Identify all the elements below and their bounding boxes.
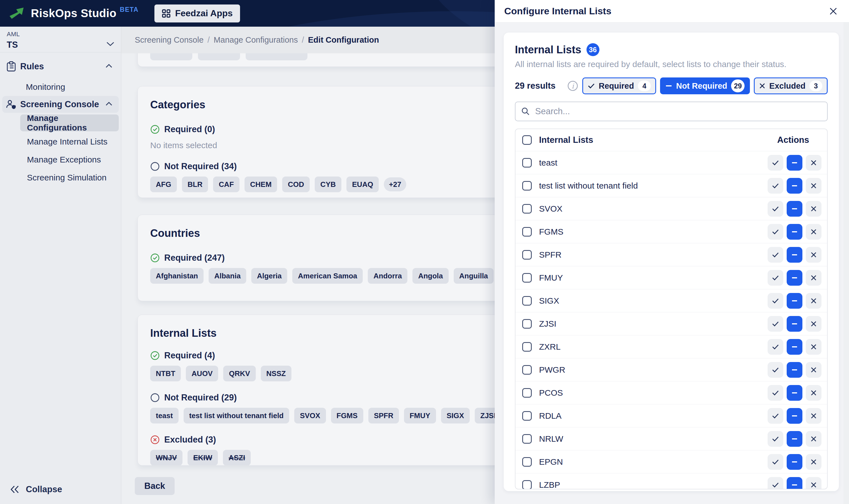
internal-list-chip: SVOX (294, 408, 326, 424)
row-checkbox[interactable] (522, 457, 532, 467)
set-not-required-button[interactable] (787, 201, 802, 217)
row-checkbox[interactable] (522, 250, 532, 259)
list-name: ZXRL (539, 342, 561, 352)
set-not-required-button[interactable] (787, 293, 802, 309)
set-not-required-button[interactable] (787, 155, 802, 170)
close-icon[interactable] (827, 5, 839, 17)
set-required-button[interactable] (767, 224, 783, 240)
select-all-checkbox[interactable] (522, 135, 532, 145)
set-excluded-button[interactable] (806, 155, 821, 170)
set-excluded-button[interactable] (806, 270, 821, 286)
list-count-badge: 36 (586, 43, 599, 56)
country-chip: Afghanistan (150, 268, 204, 284)
set-excluded-button[interactable] (806, 316, 821, 332)
set-required-button[interactable] (767, 408, 783, 424)
breadcrumb-current-page: Edit Configuration (308, 35, 379, 44)
set-excluded-button[interactable] (806, 178, 821, 194)
set-required-button[interactable] (767, 431, 783, 447)
row-checkbox[interactable] (522, 158, 532, 167)
set-required-button[interactable] (767, 155, 783, 170)
search-box (515, 102, 828, 121)
table-row: RDLA (515, 404, 827, 427)
set-excluded-button[interactable] (806, 362, 821, 378)
set-required-button[interactable] (767, 178, 783, 194)
breadcrumb-manage-configurations[interactable]: Manage Configurations (214, 35, 298, 44)
set-not-required-button[interactable] (787, 178, 802, 194)
row-checkbox[interactable] (522, 319, 532, 329)
info-icon[interactable]: i (567, 80, 578, 91)
set-excluded-button[interactable] (806, 201, 821, 217)
row-checkbox[interactable] (522, 296, 532, 306)
collapse-sidebar-button[interactable]: Collapse (10, 484, 62, 494)
internal-list-chip: test list without tenant field (183, 408, 289, 424)
set-excluded-button[interactable] (806, 339, 821, 355)
collapse-label: Collapse (26, 484, 62, 494)
chevron-down-icon[interactable] (106, 41, 114, 48)
set-not-required-button[interactable] (787, 224, 802, 240)
workspace-selector[interactable]: AML TS (7, 31, 20, 50)
set-not-required-button[interactable] (787, 408, 802, 424)
sidebar-item-manage-exceptions[interactable]: Manage Exceptions (2, 153, 119, 166)
row-checkbox[interactable] (522, 342, 532, 352)
country-chip: Algeria (251, 268, 287, 284)
row-checkbox[interactable] (522, 273, 532, 283)
set-not-required-button[interactable] (787, 454, 802, 470)
row-checkbox[interactable] (522, 365, 532, 375)
set-required-button[interactable] (767, 293, 783, 309)
search-input[interactable] (534, 106, 821, 117)
set-required-button[interactable] (767, 201, 783, 217)
set-required-button[interactable] (767, 385, 783, 401)
filter-excluded-button[interactable]: Excluded 3 (754, 77, 828, 94)
row-checkbox[interactable] (522, 181, 532, 191)
set-not-required-button[interactable] (787, 385, 802, 401)
sidebar-item-screening-simulation[interactable]: Screening Simulation (2, 171, 119, 184)
set-not-required-button[interactable] (787, 431, 802, 447)
excluded-count-label: Excluded (3) (164, 435, 216, 445)
sidebar-item-manage-configurations[interactable]: Manage Configurations (20, 114, 119, 131)
row-checkbox[interactable] (522, 434, 532, 444)
row-checkbox[interactable] (522, 411, 532, 421)
set-excluded-button[interactable] (806, 293, 821, 309)
sidebar-item-monitoring[interactable]: Monitoring (2, 80, 119, 93)
clipboard-icon (2, 61, 20, 72)
set-required-button[interactable] (767, 247, 783, 263)
set-not-required-button[interactable] (787, 362, 802, 378)
set-excluded-button[interactable] (806, 454, 821, 470)
filter-required-button[interactable]: Required 4 (582, 77, 656, 94)
placeholder-chip (198, 53, 240, 60)
sidebar-item-rules[interactable]: Rules (2, 58, 119, 75)
set-excluded-button[interactable] (806, 224, 821, 240)
set-required-button[interactable] (767, 270, 783, 286)
sidebar-item-screening-console[interactable]: Screening Console (2, 96, 119, 113)
panel-subtitle: All internal lists are required by defau… (515, 59, 828, 69)
set-not-required-button[interactable] (787, 477, 802, 490)
set-excluded-button[interactable] (806, 408, 821, 424)
set-required-button[interactable] (767, 454, 783, 470)
panel-scrollbar[interactable] (843, 22, 849, 504)
set-required-button[interactable] (767, 316, 783, 332)
row-checkbox[interactable] (522, 480, 532, 490)
feedzai-apps-button[interactable]: Feedzai Apps (155, 4, 240, 22)
set-excluded-button[interactable] (806, 477, 821, 490)
set-required-button[interactable] (767, 339, 783, 355)
row-checkbox[interactable] (522, 388, 532, 398)
set-not-required-button[interactable] (787, 270, 802, 286)
sidebar-item-label: Manage Exceptions (27, 155, 101, 164)
filter-count-badge: 3 (809, 80, 822, 91)
sidebar-item-manage-internal-lists[interactable]: Manage Internal Lists (2, 135, 119, 148)
filter-not-required-button[interactable]: Not Required 29 (660, 77, 750, 94)
set-excluded-button[interactable] (806, 385, 821, 401)
check-icon (588, 83, 595, 89)
breadcrumb-screening-console[interactable]: Screening Console (135, 35, 204, 44)
set-not-required-button[interactable] (787, 247, 802, 263)
set-excluded-button[interactable] (806, 431, 821, 447)
set-required-button[interactable] (767, 477, 783, 490)
row-checkbox[interactable] (522, 204, 532, 214)
set-excluded-button[interactable] (806, 247, 821, 263)
back-button[interactable]: Back (135, 477, 175, 495)
set-not-required-button[interactable] (787, 316, 802, 332)
set-required-button[interactable] (767, 362, 783, 378)
category-overflow-chip[interactable]: +27 (384, 177, 406, 192)
set-not-required-button[interactable] (787, 339, 802, 355)
row-checkbox[interactable] (522, 227, 532, 237)
